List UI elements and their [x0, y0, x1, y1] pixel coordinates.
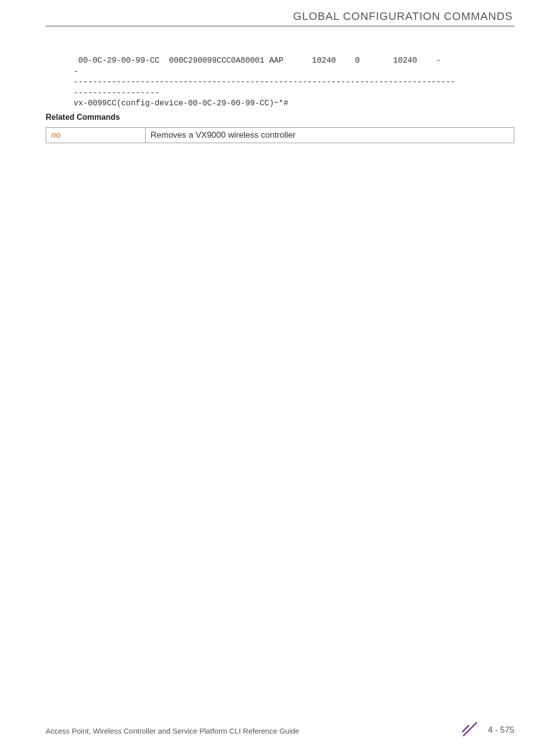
footer-logo-icon: [462, 721, 479, 738]
footer-page-number: 4 - 575: [488, 725, 514, 735]
page-header-title: GLOBAL CONFIGURATION COMMANDS: [293, 10, 513, 23]
header-divider: [46, 26, 514, 26]
related-commands-heading: Related Commands: [46, 113, 120, 122]
related-command-name: no: [46, 128, 146, 143]
table-row: no Removes a VX9000 wireless controller: [46, 128, 514, 143]
related-commands-table: no Removes a VX9000 wireless controller: [46, 127, 514, 143]
related-command-description: Removes a VX9000 wireless controller: [146, 128, 514, 143]
footer-guide-title: Access Point, Wireless Controller and Se…: [46, 727, 299, 735]
page-footer: Access Point, Wireless Controller and Se…: [46, 719, 514, 739]
cli-code-block: 00-0C-29-00-99-CC 000C290099CCC0A80001 A…: [74, 56, 513, 109]
